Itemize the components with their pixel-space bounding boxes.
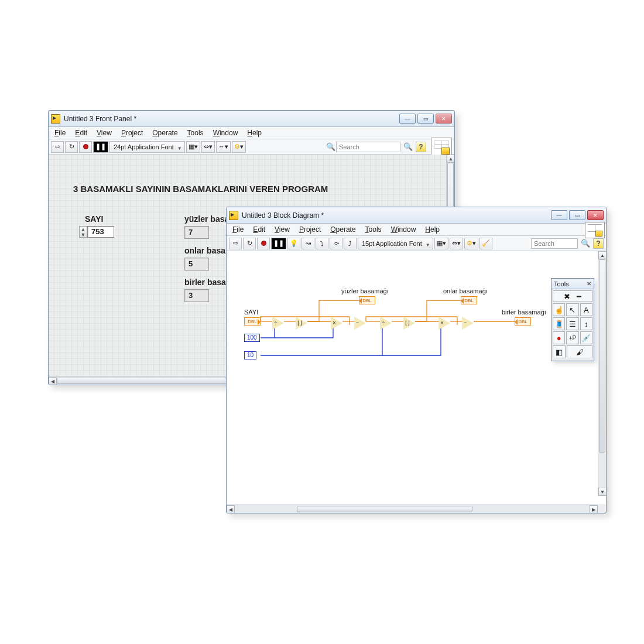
pause-button[interactable]: ❚❚ — [93, 141, 108, 153]
step-over-button[interactable]: ⤼ — [330, 238, 342, 249]
menu-file[interactable]: File — [53, 128, 67, 138]
terminal-label-yuzler: yüzler basamağı — [341, 287, 389, 294]
page-heading: 3 BASAMAKLI SAYININ BASAMAKLARINI VEREN … — [73, 184, 328, 194]
app-icon — [51, 114, 60, 124]
menu-edit[interactable]: Edit — [74, 128, 88, 138]
resize-button[interactable]: ↔▾ — [216, 141, 231, 153]
scroll-tool[interactable]: ↕ — [580, 317, 592, 330]
auto-tool-button[interactable]: ✖ ━ — [553, 290, 592, 302]
probe-tool[interactable]: +P — [566, 331, 578, 344]
terminal-yuzler[interactable]: DBL — [359, 296, 375, 304]
retain-wire-button[interactable]: ↝ — [302, 238, 314, 249]
search-go-icon[interactable]: 🔍 — [580, 238, 591, 249]
shortcut-tool[interactable]: ☰ — [566, 317, 578, 330]
pause-button[interactable]: ❚❚ — [271, 238, 286, 249]
maximize-button[interactable]: ▭ — [569, 210, 585, 220]
reorder-button[interactable]: ⚙▾ — [232, 141, 246, 153]
menu-help[interactable]: Help — [246, 128, 263, 138]
minimize-button[interactable]: — — [551, 210, 567, 220]
window-title: Untitled 3 Front Panel * — [64, 115, 136, 123]
multiply-node-2[interactable]: × — [439, 317, 457, 330]
indicator-onlar: 5 — [184, 258, 209, 270]
align-button[interactable]: ▦▾ — [434, 238, 448, 249]
window-title: Untitled 3 Block Diagram * — [242, 211, 324, 220]
font-selector[interactable]: 24pt Application Font — [109, 141, 185, 153]
menu-file[interactable]: File — [231, 225, 245, 234]
run-button[interactable]: ⇨ — [229, 238, 242, 249]
app-icon — [229, 211, 238, 220]
run-button[interactable]: ⇨ — [51, 141, 64, 153]
reorder-button[interactable]: ⚙▾ — [464, 238, 478, 249]
highlight-exec-button[interactable]: 💡 — [287, 238, 300, 249]
help-button[interactable]: ? — [593, 238, 604, 249]
cleanup-button[interactable]: 🧹 — [479, 238, 492, 249]
numeric-input-sayi[interactable]: 753 — [87, 226, 114, 238]
menu-operate[interactable]: Operate — [329, 225, 357, 234]
tools-palette-title: Tools — [554, 280, 569, 287]
abort-button[interactable] — [257, 238, 270, 249]
floor-node-2[interactable]: ⌊⌋ — [403, 317, 422, 330]
scrollbar-vertical[interactable]: ▲ ▼ — [598, 251, 606, 496]
indicator-yuzler: 7 — [184, 226, 209, 239]
search-go-icon[interactable]: 🔍 — [403, 142, 413, 152]
divide-node-2[interactable]: ÷ — [380, 317, 398, 330]
menu-window[interactable]: Window — [390, 225, 417, 234]
multiply-node[interactable]: × — [331, 317, 349, 330]
font-selector[interactable]: 15pt Application Font — [358, 238, 433, 249]
breakpoint-tool[interactable]: ● — [553, 331, 565, 344]
tools-palette[interactable]: Tools ✕ ✖ ━ ☝ ↖ A 🧵 ☰ ↕ ● +P 💉 — [551, 278, 594, 361]
divide-node[interactable]: ÷ — [272, 317, 290, 330]
align-button[interactable]: ▦▾ — [186, 141, 200, 153]
vi-icon[interactable] — [585, 222, 605, 238]
subtract-node[interactable]: − — [354, 317, 372, 330]
help-button[interactable]: ? — [416, 142, 426, 152]
menu-project[interactable]: Project — [298, 225, 322, 234]
search-icon: 🔍 — [326, 142, 336, 152]
menu-operate[interactable]: Operate — [151, 128, 179, 138]
close-button[interactable]: ✕ — [587, 210, 604, 220]
constant-100[interactable]: 100 — [244, 334, 260, 342]
position-tool[interactable]: ↖ — [566, 303, 578, 316]
run-continuous-button[interactable]: ↻ — [65, 141, 78, 153]
subtract-node-2[interactable]: − — [462, 317, 480, 330]
menu-edit[interactable]: Edit — [252, 225, 266, 234]
text-tool[interactable]: A — [580, 303, 592, 316]
menu-tools[interactable]: Tools — [186, 128, 205, 138]
minimize-button[interactable]: — — [399, 114, 416, 124]
menu-view[interactable]: View — [95, 128, 113, 138]
control-label-sayi: SAYI — [85, 214, 103, 224]
menu-help[interactable]: Help — [424, 225, 441, 234]
search-input[interactable] — [531, 238, 578, 249]
run-continuous-button[interactable]: ↻ — [243, 238, 256, 249]
step-out-button[interactable]: ⤴ — [344, 238, 357, 249]
abort-button[interactable] — [79, 141, 92, 153]
menu-bar: File Edit View Project Operate Tools Win… — [227, 224, 606, 236]
color-bg[interactable]: ◧ — [553, 345, 566, 358]
maximize-button[interactable]: ▭ — [417, 114, 434, 124]
scrollbar-horizontal[interactable]: ◀ ▶ — [227, 505, 598, 513]
terminal-label-onlar: onlar basamağı — [443, 287, 488, 294]
search-input[interactable] — [336, 142, 400, 152]
terminal-label-birler: birler basamağı — [502, 309, 546, 316]
color-copy-tool[interactable]: 💉 — [580, 331, 592, 344]
menu-tools[interactable]: Tools — [364, 225, 383, 234]
floor-node[interactable]: ⌊⌋ — [296, 317, 314, 330]
menu-project[interactable]: Project — [120, 128, 144, 138]
distribute-button[interactable]: ⇔▾ — [201, 141, 215, 153]
spinner[interactable]: ▲▼ — [79, 226, 87, 238]
operate-tool[interactable]: ☝ — [553, 303, 565, 316]
menu-view[interactable]: View — [273, 225, 291, 234]
close-button[interactable]: ✕ — [436, 114, 452, 124]
menu-window[interactable]: Window — [212, 128, 239, 138]
vi-icon[interactable] — [431, 138, 452, 156]
constant-10[interactable]: 10 — [244, 351, 256, 359]
color-tool[interactable]: 🖌 — [567, 345, 592, 358]
terminal-sayi[interactable]: DBL — [244, 317, 261, 326]
close-icon[interactable]: ✕ — [587, 280, 591, 287]
terminal-birler[interactable]: DBL — [515, 317, 531, 326]
wiring-tool[interactable]: 🧵 — [553, 317, 565, 330]
terminal-label-sayi: SAYI — [244, 309, 258, 316]
step-into-button[interactable]: ⤵ — [316, 238, 328, 249]
distribute-button[interactable]: ⇔▾ — [450, 238, 463, 249]
terminal-onlar[interactable]: DBL — [461, 296, 477, 304]
